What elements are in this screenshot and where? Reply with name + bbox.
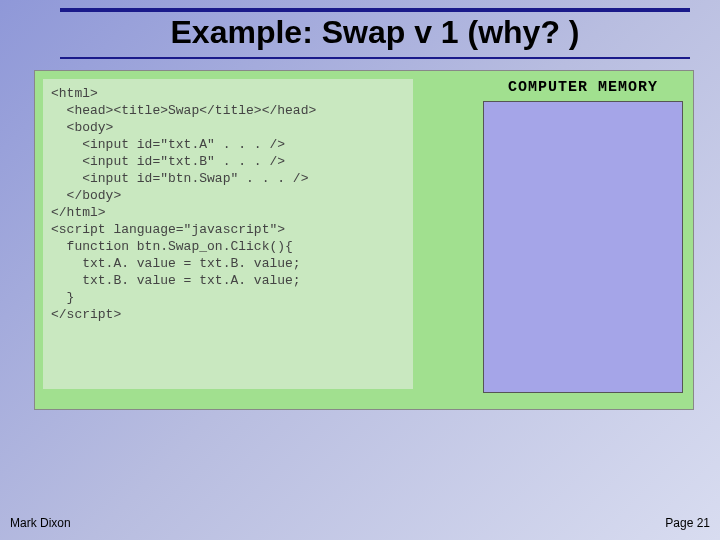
content-panel: <html> <head><title>Swap</title></head> … <box>34 70 694 410</box>
code-line: <script language="javascript"> <box>51 221 405 238</box>
code-line: } <box>51 289 405 306</box>
code-line: <input id="btn.Swap" . . . /> <box>51 170 405 187</box>
code-box: <html> <head><title>Swap</title></head> … <box>43 79 413 389</box>
code-line: <body> <box>51 119 405 136</box>
code-line: function btn.Swap_on.Click(){ <box>51 238 405 255</box>
footer-page: Page 21 <box>665 516 710 530</box>
code-line: <html> <box>51 85 405 102</box>
code-line: <input id="txt.B" . . . /> <box>51 153 405 170</box>
code-line: txt.B. value = txt.A. value; <box>51 272 405 289</box>
code-line: txt.A. value = txt.B. value; <box>51 255 405 272</box>
memory-label: COMPUTER MEMORY <box>483 79 683 96</box>
footer-author: Mark Dixon <box>10 516 71 530</box>
code-line: <input id="txt.A" . . . /> <box>51 136 405 153</box>
title-bar: Example: Swap v 1 (why? ) <box>60 8 690 59</box>
memory-box <box>483 101 683 393</box>
slide-title: Example: Swap v 1 (why? ) <box>60 14 690 51</box>
code-line: </html> <box>51 204 405 221</box>
code-line: </body> <box>51 187 405 204</box>
code-line: <head><title>Swap</title></head> <box>51 102 405 119</box>
code-line: </script> <box>51 306 405 323</box>
